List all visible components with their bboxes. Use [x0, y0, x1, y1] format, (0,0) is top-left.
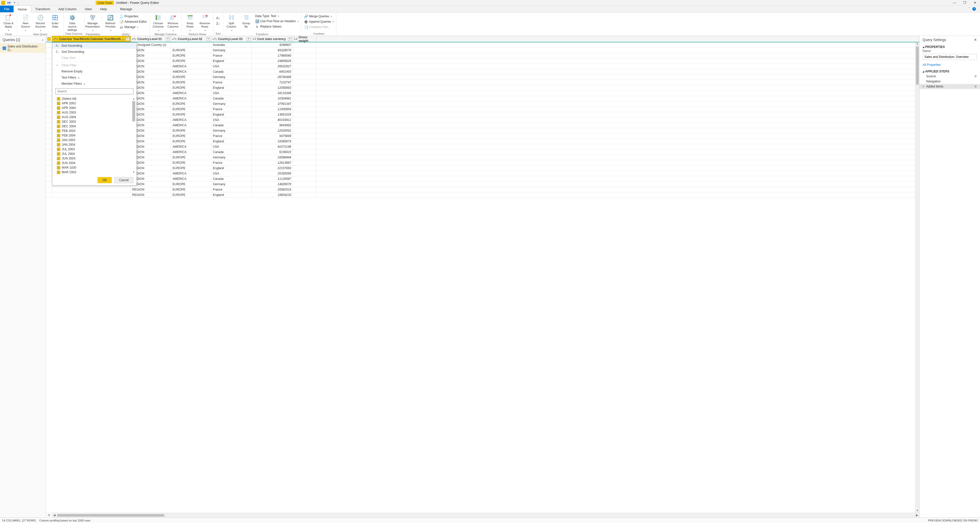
- all-properties-link[interactable]: All Properties: [920, 62, 980, 68]
- new-source-button[interactable]: 📄New Source: [19, 13, 32, 32]
- applied-steps-title[interactable]: APPLIED STEPS: [920, 68, 980, 74]
- recent-sources-button[interactable]: 🕘Recent Sources: [33, 13, 47, 32]
- checkbox-icon[interactable]: ✓: [57, 157, 60, 160]
- table-row[interactable]: REGIONEUROPEEngland22157663: [46, 165, 919, 171]
- minimize-button[interactable]: —: [950, 0, 959, 6]
- tab-transform[interactable]: Transform: [31, 6, 54, 12]
- column-header-cost[interactable]: 1.2Cost stats currency▼: [251, 36, 293, 42]
- column-header-calendar[interactable]: ABC Calendar Year/Month.Calendar Year/Mo…: [52, 36, 130, 42]
- append-queries-button[interactable]: ➕Append Queries: [303, 19, 335, 24]
- filter-checkbox-item[interactable]: ✓AUG 2004: [57, 115, 137, 119]
- cancel-button[interactable]: Cancel: [115, 177, 134, 183]
- first-row-headers-button[interactable]: 🔠Use First Row as Headers: [254, 19, 300, 24]
- collapse-queries-icon[interactable]: ‹: [42, 38, 43, 42]
- member-filters-item[interactable]: Member Filters: [52, 81, 137, 87]
- horizontal-scrollbar[interactable]: ◀ ▶: [52, 513, 919, 517]
- checkbox-icon[interactable]: ✓: [57, 171, 60, 174]
- maximize-button[interactable]: ❐: [959, 0, 970, 6]
- table-row[interactable]: REGIONEUROPEGermany12026591: [46, 128, 919, 134]
- table-icon-cell[interactable]: [46, 36, 52, 42]
- table-row[interactable]: REGIONEUROPEFrance11000854: [46, 107, 919, 112]
- query-item[interactable]: Sales and Distribution: O...: [0, 44, 46, 53]
- data-source-settings-button[interactable]: ⚙️Data source settings: [65, 13, 79, 32]
- table-row[interactable]: REGIONEUROPEEngland12050663: [46, 85, 919, 91]
- sort-asc-button[interactable]: A↓: [215, 16, 221, 20]
- remove-rows-button[interactable]: Remove Rows: [198, 13, 212, 32]
- scroll-right-icon[interactable]: ▶: [915, 513, 919, 517]
- scrollbar-thumb[interactable]: [57, 514, 164, 517]
- remove-columns-button[interactable]: Remove Columns: [166, 13, 180, 32]
- column-header-country3[interactable]: ABCCountry.Level 03▼: [211, 36, 251, 42]
- table-row[interactable]: REGIONEUROPEFrance7233747: [46, 80, 919, 85]
- filter-checkbox-item[interactable]: ✓DEC 2003: [57, 119, 137, 124]
- filter-checkbox-item[interactable]: ✓APR 2004: [57, 106, 137, 110]
- sort-desc-button[interactable]: Z↓: [215, 21, 221, 25]
- close-apply-button[interactable]: Close & Apply: [2, 13, 15, 32]
- tab-file[interactable]: File: [0, 6, 14, 12]
- column-header-country1[interactable]: ABCCountry.Level 01▼: [130, 36, 171, 42]
- data-type-button[interactable]: Data Type: Text: [254, 14, 300, 18]
- enter-data-button[interactable]: Enter Data: [48, 13, 62, 28]
- filter-dropdown-icon[interactable]: ▼: [247, 37, 250, 41]
- gear-icon[interactable]: ⚙: [974, 85, 977, 88]
- close-settings-icon[interactable]: ✕: [974, 38, 977, 42]
- manage-parameters-button[interactable]: Manage Parameters: [86, 13, 100, 32]
- tab-add-column[interactable]: Add Column: [54, 6, 81, 12]
- table-row[interactable]: REGIONAMERICACanada6156023: [46, 149, 919, 155]
- properties-section-title[interactable]: PROPERTIES: [920, 44, 980, 49]
- delete-step-icon[interactable]: ✕: [922, 85, 924, 88]
- table-row[interactable]: REGIONAMERICACanada10304981: [46, 96, 919, 101]
- table-row[interactable]: REGIONAMERICACanada9643892: [46, 123, 919, 128]
- filter-checkbox-item[interactable]: ✓JAN 2004: [57, 142, 137, 147]
- filter-search-input[interactable]: [56, 88, 134, 94]
- tab-help[interactable]: Help: [96, 6, 111, 12]
- step-added-items[interactable]: ✕Added Items⚙: [920, 84, 980, 89]
- table-row[interactable]: REGIONEUROPEGermany49328079: [46, 48, 919, 53]
- advanced-editor-button[interactable]: 📝Advanced Editor: [118, 19, 148, 24]
- step-navigation[interactable]: Navigation: [920, 79, 980, 84]
- table-row[interactable]: REGIONEUROPEEngland13851025: [46, 112, 919, 118]
- tab-manage[interactable]: Manage: [116, 6, 136, 12]
- help-icon[interactable]: ?: [972, 7, 976, 11]
- group-by-button[interactable]: Group By: [239, 13, 253, 28]
- table-row[interactable]: REGIONAMERICAUSA25350099: [46, 171, 919, 176]
- filter-checkbox-item[interactable]: ✓MAR 2003: [57, 170, 137, 175]
- gear-icon[interactable]: ⚙: [974, 75, 977, 78]
- manage-button[interactable]: 🗂Manage: [118, 25, 148, 29]
- filter-checkbox-item[interactable]: ✓AUG 2003: [57, 110, 137, 115]
- ok-button[interactable]: OK: [97, 177, 111, 183]
- filter-checkbox-item[interactable]: ✓JAN 2003: [57, 138, 137, 142]
- sort-descending-item[interactable]: Z↓Sort Descending: [52, 49, 137, 55]
- checkbox-icon[interactable]: ✓: [57, 97, 60, 100]
- table-row[interactable]: REGIONEUROPEFrance9475899: [46, 134, 919, 139]
- remove-empty-item[interactable]: Remove Empty: [52, 68, 137, 75]
- close-button[interactable]: ✕: [970, 0, 980, 6]
- filter-checkbox-item[interactable]: ✓JUL 2003: [57, 147, 137, 151]
- filter-checkbox-item[interactable]: ✓APR 2003: [57, 101, 137, 106]
- keep-rows-button[interactable]: Keep Rows: [183, 13, 197, 32]
- qat-dropdown[interactable]: ▼: [12, 0, 18, 6]
- filter-dropdown-icon[interactable]: ▼: [288, 37, 292, 41]
- tab-home[interactable]: Home: [14, 6, 31, 13]
- split-column-button[interactable]: Split Column: [224, 13, 239, 32]
- filter-checkbox-item[interactable]: ✓FEB 2004: [57, 133, 137, 138]
- query-name-input[interactable]: [923, 54, 977, 60]
- filter-dropdown-icon[interactable]: ▼: [126, 37, 129, 41]
- checkbox-icon[interactable]: ✓: [57, 134, 60, 137]
- table-row[interactable]: REGIONEUROPEFrance17969040: [46, 53, 919, 59]
- merge-queries-button[interactable]: 🔗Merge Queries: [303, 14, 335, 19]
- table-row[interactable]: REGIONAMERICAUSA40193811: [46, 118, 919, 123]
- table-row[interactable]: REGIONAMERICAUSA26032927: [46, 64, 919, 69]
- checkbox-icon[interactable]: ✓: [57, 129, 60, 133]
- filter-checkbox-item[interactable]: ✓(Select All): [57, 97, 137, 101]
- replace-values-button[interactable]: ↳Replace Values: [254, 24, 300, 29]
- checkbox-icon[interactable]: ✓: [57, 148, 60, 151]
- table-row[interactable]: REGIONEUROPEGermany37991347: [46, 101, 919, 107]
- scrollbar-thumb[interactable]: [916, 46, 919, 85]
- table-row[interactable]: REGIONAMERICACanada6451493: [46, 69, 919, 75]
- step-source[interactable]: Source⚙: [920, 74, 980, 79]
- filter-dropdown-icon[interactable]: ▼: [207, 37, 210, 41]
- table-row[interactable]: REGIONEUROPEGermany28700489: [46, 75, 919, 80]
- table-row[interactable]: REGIONEUROPEGermany14826079: [46, 182, 919, 187]
- filter-checkbox-item[interactable]: ✓JUL 2004: [57, 151, 137, 156]
